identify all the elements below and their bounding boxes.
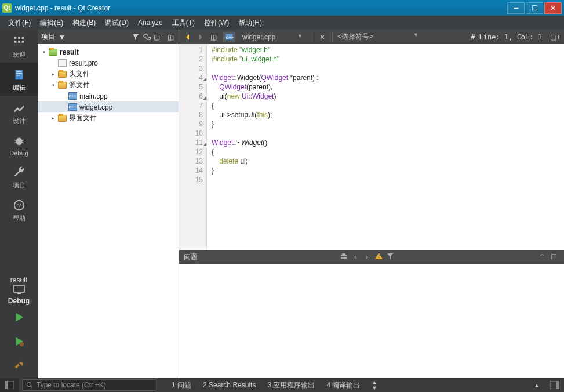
split-add-icon[interactable]: ▢+	[154, 32, 163, 42]
issues-filter-icon[interactable]	[384, 253, 396, 262]
split-add-icon[interactable]: ▢+	[550, 32, 561, 42]
issues-next-button[interactable]: ›	[361, 253, 373, 261]
svg-rect-4	[18, 41, 20, 43]
folder-icon	[57, 70, 67, 79]
locator-placeholder: Type to locate (Ctrl+K)	[37, 381, 106, 389]
menu-widgets[interactable]: 控件(W)	[199, 16, 234, 30]
tree-node-file[interactable]: c++ main.cpp	[38, 90, 179, 101]
tree-label: widget.cpp	[79, 103, 112, 111]
mode-design[interactable]: 设计	[0, 96, 38, 129]
menu-file[interactable]: 文件(F)	[3, 16, 35, 30]
menu-tools[interactable]: 工具(T)	[168, 16, 199, 30]
status-bar: Type to locate (Ctrl+K) 1 问题 2 Search Re…	[0, 378, 564, 392]
edit-icon	[13, 68, 26, 81]
tree-node-pro[interactable]: result.pro	[38, 57, 179, 68]
issues-pane-body[interactable]	[179, 264, 564, 378]
output-tabs-more[interactable]: ▲▼	[366, 379, 383, 391]
tree-node-forms[interactable]: ▸ 界面文件	[38, 112, 179, 124]
output-tab-search[interactable]: 2 Search Results	[197, 381, 261, 389]
svg-rect-17	[14, 285, 24, 292]
mode-projects[interactable]: 项目	[0, 160, 38, 193]
bug-icon	[13, 135, 26, 147]
tree-label: main.cpp	[79, 92, 108, 100]
sidebar-toggle-button[interactable]	[0, 378, 19, 392]
svg-line-14	[21, 143, 24, 143]
link-icon[interactable]	[143, 32, 152, 42]
menu-build[interactable]: 构建(B)	[68, 16, 100, 30]
debug-run-button[interactable]	[0, 329, 38, 354]
tree-label: 界面文件	[69, 113, 97, 123]
run-button[interactable]	[0, 305, 38, 329]
svg-rect-3	[14, 41, 16, 43]
output-tab-issues[interactable]: 1 问题	[166, 380, 197, 390]
target-selector[interactable]: result Debug	[0, 271, 38, 305]
expand-icon[interactable]: ▸	[49, 115, 57, 121]
expand-icon[interactable]: ▾	[40, 49, 48, 55]
output-tab-compile[interactable]: 4 编译输出	[321, 380, 366, 390]
issues-collapse-button[interactable]: ⌃	[536, 253, 548, 261]
warning-icon[interactable]	[373, 252, 384, 262]
tree-label: 头文件	[69, 69, 90, 79]
build-button[interactable]	[0, 354, 38, 378]
mode-help[interactable]: ? 帮助	[0, 193, 38, 226]
svg-rect-27	[556, 381, 559, 389]
expand-icon[interactable]: ▾	[49, 82, 57, 88]
svg-line-12	[21, 140, 24, 141]
project-pane-title: 项目	[41, 32, 55, 42]
chevron-down-icon: ▼	[413, 32, 419, 38]
project-pane-selector[interactable]: 项目 ▼	[41, 32, 129, 42]
project-tree[interactable]: ▾ result result.pro ▸ 头文件 ▾ 源文件 c+	[38, 44, 179, 378]
svg-line-25	[31, 386, 32, 388]
mode-edit[interactable]: 编辑	[0, 63, 38, 96]
issues-filter-button[interactable]	[338, 253, 350, 262]
svg-rect-9	[16, 75, 20, 75]
minimize-button[interactable]: ━	[507, 2, 525, 14]
split-layout-icon[interactable]: ◫	[208, 32, 219, 42]
window-title: widget.cpp - result - Qt Creator	[15, 4, 506, 12]
chevron-down-icon: ▼	[59, 33, 66, 41]
menu-debug[interactable]: 调试(D)	[100, 16, 133, 30]
issues-pane-header: 问题 ‹ › ⌃ ☐	[179, 250, 564, 264]
editor-toolbar: ◫ c++ widget.cpp ▼ ✕ <选择符号> ▼ # Line: 1,…	[179, 30, 564, 44]
cpp-file-icon: c++	[68, 103, 77, 112]
svg-point-24	[27, 383, 31, 387]
nav-back-button[interactable]	[183, 32, 193, 42]
menu-analyze[interactable]: Analyze	[133, 16, 168, 30]
tree-node-sources[interactable]: ▾ 源文件	[38, 79, 179, 90]
rightsidebar-toggle-button[interactable]	[545, 378, 564, 392]
code-editor[interactable]: 1234◢56◢7891011◢12131415 #include "widge…	[179, 44, 564, 250]
project-pane-header: 项目 ▼ ▢+ ◫	[38, 30, 179, 44]
close-file-button[interactable]: ✕	[317, 33, 328, 41]
code-surface[interactable]: #include "widget.h"#include "ui_widget.h…	[207, 44, 564, 250]
open-file-selector[interactable]: widget.cpp ▼	[238, 33, 307, 41]
filter-icon[interactable]	[131, 32, 140, 42]
symbol-selector[interactable]: <选择符号> ▼	[337, 32, 419, 42]
mode-debug-label: Debug	[9, 150, 28, 157]
tree-node-headers[interactable]: ▸ 头文件	[38, 68, 179, 79]
expand-icon[interactable]: ▸	[49, 71, 57, 77]
output-tab-appoutput[interactable]: 3 应用程序输出	[261, 380, 321, 390]
issues-maximize-button[interactable]: ☐	[548, 253, 559, 261]
menu-bar: 文件(F) 编辑(E) 构建(B) 调试(D) Analyze 工具(T) 控件…	[0, 16, 564, 30]
mode-debug[interactable]: Debug	[0, 129, 38, 160]
issues-prev-button[interactable]: ‹	[350, 253, 361, 261]
gutter[interactable]: 1234◢56◢7891011◢12131415	[179, 44, 207, 250]
tree-node-project[interactable]: ▾ result	[38, 46, 179, 57]
mode-welcome[interactable]: 欢迎	[0, 30, 38, 63]
tree-node-file[interactable]: c++ widget.cpp	[38, 101, 179, 112]
monitor-icon	[12, 284, 26, 296]
cursor-position[interactable]: # Line: 1, Col: 1	[471, 33, 542, 41]
nav-forward-button[interactable]	[195, 32, 206, 42]
progress-toggle-button[interactable]: ▲	[528, 382, 545, 389]
maximize-button[interactable]: ☐	[526, 2, 543, 14]
close-button[interactable]: ✕	[544, 2, 562, 14]
menu-help[interactable]: 帮助(H)	[234, 16, 267, 30]
svg-line-11	[14, 140, 16, 141]
mode-bar: 欢迎 编辑 设计 Debug 项目 ? 帮助 result Debug	[0, 30, 38, 378]
split-layout-icon[interactable]: ◫	[166, 32, 175, 42]
wrench-icon	[13, 166, 26, 179]
issues-pane-title: 问题	[184, 252, 198, 262]
cpp-file-icon: c++	[68, 92, 77, 101]
locator-input[interactable]: Type to locate (Ctrl+K)	[22, 379, 155, 391]
menu-edit[interactable]: 编辑(E)	[35, 16, 68, 30]
